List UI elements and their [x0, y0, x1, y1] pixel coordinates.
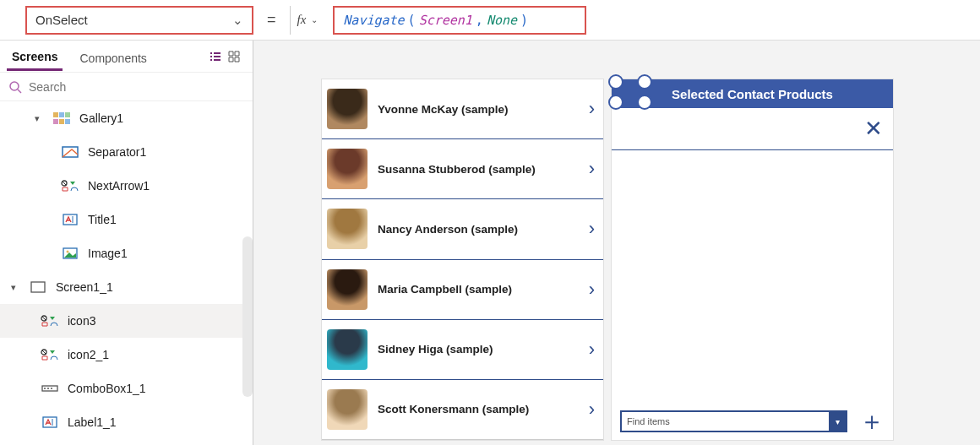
tree-grid-icon[interactable]: [227, 50, 246, 63]
list-item[interactable]: Susanna Stubberod (sample) ›: [322, 139, 603, 199]
contact-name: Yvonne McKay (sample): [378, 103, 579, 116]
tree-item-nextarrow1[interactable]: NextArrow1: [0, 169, 253, 203]
formula-token-comma: ,: [476, 13, 483, 28]
formula-token-arg1: Screen1: [419, 13, 472, 28]
property-selector[interactable]: OnSelect ⌄: [25, 6, 253, 35]
panel-tabs: Screens Components: [0, 41, 253, 73]
list-item[interactable]: Maria Campbell (sample) ›: [322, 260, 603, 320]
tree-item-label: Separator1: [88, 145, 253, 159]
svg-rect-7: [65, 119, 70, 124]
avatar: [327, 329, 368, 370]
contact-name: Maria Campbell (sample): [378, 283, 579, 296]
details-pane-header: Selected Contact Products: [612, 79, 893, 108]
tree-item-icon3[interactable]: icon3: [0, 304, 253, 338]
svg-point-14: [67, 251, 69, 253]
tree-view: ▾ Gallery1 Separator1 NextArrow1: [0, 101, 253, 445]
canvas[interactable]: Yvonne McKay (sample) › Susanna Stubbero…: [253, 41, 980, 445]
list-item[interactable]: Nancy Anderson (sample) ›: [322, 199, 603, 259]
tree-item-label: NextArrow1: [88, 179, 253, 193]
scrollbar-thumb[interactable]: [242, 236, 253, 397]
chevron-right-icon[interactable]: ›: [589, 218, 598, 240]
tree-item-gallery1[interactable]: ▾ Gallery1: [0, 101, 253, 135]
image-icon: [59, 247, 81, 259]
chevron-right-icon[interactable]: ›: [589, 98, 598, 120]
avatar: [327, 209, 368, 249]
svg-point-23: [51, 388, 52, 389]
svg-rect-15: [31, 282, 45, 292]
chevron-down-icon: ⌄: [311, 15, 318, 24]
formula-token-close: ): [520, 13, 528, 28]
formula-bar: OnSelect ⌄ = fx ⌄ Navigate ( Screen1 , N…: [0, 0, 980, 41]
chevron-right-icon[interactable]: ›: [589, 339, 598, 361]
search-row: [0, 73, 253, 101]
avatar: [327, 269, 368, 310]
tree-item-label: icon3: [68, 314, 253, 328]
gallery-icon: [51, 112, 73, 124]
rectangle-icon: [59, 146, 81, 158]
tree-item-label: Image1: [88, 247, 253, 260]
list-item[interactable]: Sidney Higa (sample) ›: [322, 320, 603, 380]
tree-item-label: Title1: [88, 213, 253, 226]
chevron-right-icon[interactable]: ›: [589, 399, 598, 421]
details-pane: Selected Contact Products ✕ Find items ▾…: [611, 79, 894, 441]
svg-line-10: [63, 182, 66, 185]
details-pane-body: [612, 150, 893, 403]
tree-item-label: Screen1_1: [56, 280, 253, 294]
avatar: [327, 149, 368, 189]
details-pane-close-row: ✕: [612, 108, 893, 150]
property-selector-value: OnSelect: [35, 13, 88, 27]
formula-token-fn: Navigate: [343, 13, 404, 28]
selection-handle[interactable]: [608, 95, 652, 110]
chevron-right-icon[interactable]: ›: [589, 279, 598, 301]
formula-input[interactable]: Navigate ( Screen1 , None ): [333, 6, 586, 35]
add-icon[interactable]: ＋: [859, 409, 885, 434]
contact-name: Scott Konersmann (sample): [378, 403, 579, 415]
tree-item-label: Label1_1: [68, 415, 253, 429]
fx-icon: fx: [297, 13, 307, 27]
svg-line-19: [42, 350, 46, 354]
tab-screens[interactable]: Screens: [7, 41, 63, 71]
svg-rect-2: [53, 112, 58, 117]
tree-item-combobox1-1[interactable]: ComboBox1_1: [0, 372, 253, 405]
tree-view-panel: Screens Components ▾ Gallery1: [0, 41, 253, 445]
contacts-gallery[interactable]: Yvonne McKay (sample) › Susanna Stubbero…: [321, 79, 604, 441]
icon-control-icon: [59, 180, 81, 192]
list-item[interactable]: Scott Konersmann (sample) ›: [322, 380, 603, 440]
contact-name: Sidney Higa (sample): [378, 343, 579, 355]
svg-rect-5: [53, 119, 58, 124]
svg-line-1: [18, 90, 21, 93]
tab-components[interactable]: Components: [74, 43, 151, 70]
search-icon: [8, 80, 22, 94]
caret-down-icon: ▾: [7, 282, 20, 293]
tree-item-separator1[interactable]: Separator1: [0, 135, 253, 169]
list-item[interactable]: Yvonne McKay (sample) ›: [322, 79, 603, 139]
svg-point-21: [44, 388, 46, 389]
details-pane-footer: Find items ▾ ＋: [612, 403, 893, 440]
tree-item-icon2-1[interactable]: icon2_1: [0, 338, 253, 372]
avatar: [327, 89, 368, 129]
svg-rect-3: [59, 112, 64, 117]
svg-rect-4: [65, 112, 70, 117]
fx-button[interactable]: fx ⌄: [290, 6, 325, 35]
tree-item-image1[interactable]: Image1: [0, 236, 253, 270]
svg-point-22: [47, 388, 49, 389]
tree-item-title1[interactable]: Title1: [0, 203, 253, 236]
formula-token-arg2: None: [487, 13, 517, 28]
avatar: [327, 389, 368, 430]
chevron-down-icon: ⌄: [232, 13, 243, 28]
tree-item-label: Gallery1: [79, 111, 253, 125]
chevron-right-icon[interactable]: ›: [589, 158, 598, 180]
find-items-combobox[interactable]: Find items ▾: [620, 410, 847, 432]
formula-token-open: (: [408, 13, 416, 28]
screen-icon: [27, 281, 49, 293]
chevron-down-icon[interactable]: ▾: [829, 412, 846, 431]
tree-item-label1-1[interactable]: Label1_1: [0, 405, 253, 439]
selection-handle[interactable]: [608, 74, 652, 90]
icon-control-icon: [39, 349, 61, 361]
equals-label: =: [267, 11, 276, 29]
tree-item-screen1-1[interactable]: ▾ Screen1_1: [0, 270, 253, 304]
tree-list-icon[interactable]: [209, 50, 227, 63]
svg-point-0: [10, 82, 19, 90]
close-icon[interactable]: ✕: [864, 116, 883, 142]
search-input[interactable]: [29, 80, 244, 94]
